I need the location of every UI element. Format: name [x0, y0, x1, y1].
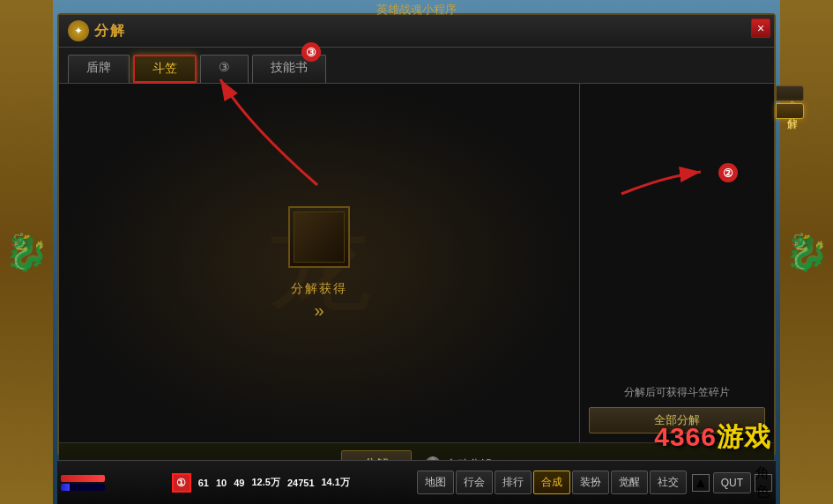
content-area: 龙 分解获得 » 分解后可获得斗笠碎片 全部分解	[59, 83, 774, 442]
nav-awaken[interactable]: 觉醒	[611, 471, 648, 494]
dragon-left-decoration	[0, 0, 53, 504]
nav-buttons: 地图 行会 排行 合成 装扮 觉醒 社交	[417, 471, 687, 494]
dragon-right-decoration	[780, 0, 833, 504]
qut-button[interactable]: QUT	[713, 472, 751, 493]
item-slot[interactable]	[288, 206, 350, 268]
stat-5: 24751	[287, 478, 315, 488]
stat-1: 61	[198, 478, 209, 488]
nav-guild[interactable]: 行会	[456, 471, 493, 494]
bottom-bar: ① 61 10 49 12.5万 24751 14.1万 地图 行会 排行 合成…	[57, 460, 776, 504]
stat-6: 14.1万	[322, 476, 350, 489]
tabs-row: 盾牌 斗笠 ③ 技能书	[59, 48, 774, 83]
badge-2: ②	[718, 163, 738, 182]
decompose-label: 分解获得	[291, 281, 347, 297]
chevron-icon: »	[314, 300, 324, 321]
decompose-info: 分解后可获得斗笠碎片	[589, 385, 765, 400]
game-title: 英雄战魂小程序	[376, 2, 457, 18]
arrow-up-btn[interactable]: ▲	[692, 474, 710, 492]
panel-title: 分解	[94, 22, 126, 41]
stat-4: 12.5万	[251, 476, 279, 489]
nav-rank[interactable]: 排行	[495, 471, 532, 494]
badge-1: ①	[172, 473, 191, 493]
stats-bar: ① 61 10 49 12.5万 24751 14.1万	[107, 473, 415, 493]
tab-3[interactable]: ③	[200, 55, 249, 83]
heche-side-button[interactable]: 合成	[776, 85, 804, 101]
left-panel: 龙 分解获得 »	[59, 84, 580, 442]
right-panel: 分解后可获得斗笠碎片 全部分解	[580, 84, 774, 442]
tab-shield[interactable]: 盾牌	[68, 55, 130, 83]
hp-bar	[61, 475, 105, 482]
nav-outfit[interactable]: 装扮	[572, 471, 609, 494]
nav-map[interactable]: 地图	[417, 471, 454, 494]
nav-social[interactable]: 社交	[650, 471, 687, 494]
role-btn[interactable]: 角色	[755, 474, 772, 492]
panel-header: ✦ 分解	[59, 15, 774, 48]
mp-bar	[61, 484, 105, 491]
fenjie-side-button[interactable]: 分解	[776, 103, 804, 119]
stat-2: 10	[216, 478, 227, 488]
panel-icon: ✦	[68, 20, 89, 41]
stat-3: 49	[234, 478, 244, 488]
close-button[interactable]: ×	[751, 19, 770, 38]
tab-hat[interactable]: 斗笠	[133, 55, 197, 83]
hp-mp-bars	[61, 475, 105, 491]
logo-4366: 4366游戏	[654, 419, 771, 456]
main-panel: × 合成 分解 ✦ 分解 盾牌 斗笠 ③ 技能书 龙 分解获得 » 分解后可获得…	[57, 13, 776, 456]
nav-compose[interactable]: 合成	[533, 471, 570, 494]
badge-3: ③	[301, 42, 321, 62]
